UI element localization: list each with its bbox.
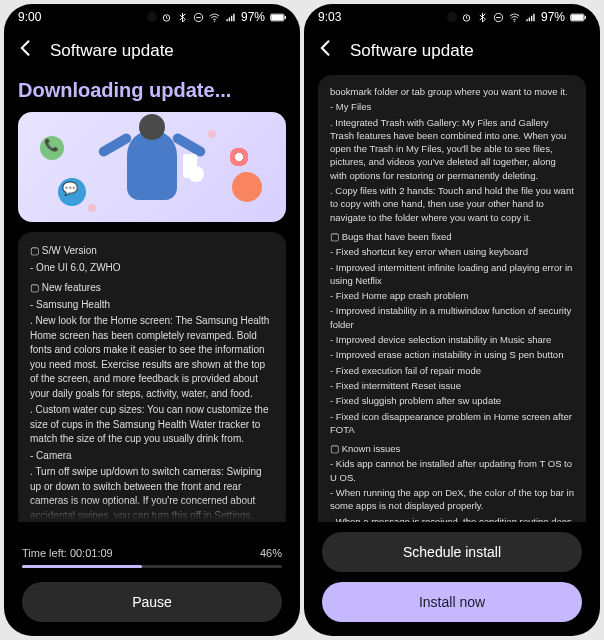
bug-item: - Fixed execution fail of repair mode: [330, 364, 574, 377]
download-footer: Time left: 00:01:09 46% Pause: [4, 537, 300, 636]
feature-text: . Custom water cup sizes: You can now cu…: [30, 403, 274, 447]
content-area: bookmark folder or tab group where you w…: [304, 71, 600, 522]
camera-notch: [447, 12, 457, 22]
dnd-icon: [493, 12, 504, 23]
install-now-button[interactable]: Install now: [322, 582, 582, 622]
bug-item: - Fixed sluggish problem after sw update: [330, 394, 574, 407]
sw-version-label: ▢ S/W Version: [30, 244, 274, 259]
battery-icon: [570, 12, 586, 23]
svg-rect-11: [585, 16, 586, 19]
signal-icon: [225, 12, 236, 23]
chevron-left-icon: [316, 38, 336, 58]
phone-right: 9:03 97% Software update bookmark folder…: [304, 4, 600, 636]
pause-button[interactable]: Pause: [22, 582, 282, 622]
battery-icon: [270, 12, 286, 23]
known-issue-item: - Kids app cannot be installed after upd…: [330, 457, 574, 484]
wifi-icon: [209, 12, 220, 23]
time-left: Time left: 00:01:09: [22, 547, 113, 559]
dnd-icon: [193, 12, 204, 23]
feature-text: bookmark folder or tab group where you w…: [330, 85, 574, 98]
camera-notch: [147, 12, 157, 22]
sw-version-value: - One UI 6.0, ZWHO: [30, 261, 274, 276]
release-notes[interactable]: bookmark folder or tab group where you w…: [318, 75, 586, 522]
feature-title: - Samsung Health: [30, 298, 274, 313]
install-footer: Schedule install Install now: [304, 522, 600, 636]
progress-fill: [22, 565, 142, 568]
back-button[interactable]: [316, 38, 336, 63]
bug-item: - Improved intermittent infinite loading…: [330, 261, 574, 288]
feature-text: . Integrated Trash with Gallery: My File…: [330, 116, 574, 182]
bug-item: - Improved device selection instability …: [330, 333, 574, 346]
svg-rect-5: [285, 16, 286, 19]
bluetooth-icon: [177, 12, 188, 23]
feature-title: - My Files: [330, 100, 574, 113]
known-issues-label: ▢ Known issues: [330, 442, 574, 455]
update-illustration: [18, 112, 286, 222]
alarm-icon: [461, 12, 472, 23]
bugs-label: ▢ Bugs that have been fixed: [330, 230, 574, 243]
status-time: 9:03: [318, 10, 341, 24]
header: Software update: [304, 30, 600, 71]
feature-text: . New look for the Home screen: The Sams…: [30, 314, 274, 401]
bug-item: - Fixed Home app crash problem: [330, 289, 574, 302]
progress-bar[interactable]: [22, 565, 282, 568]
svg-point-2: [214, 20, 215, 21]
battery-percent: 97%: [541, 10, 565, 24]
svg-rect-4: [271, 14, 283, 19]
bug-item: - Fixed icon disappearance problem in Ho…: [330, 410, 574, 437]
alarm-icon: [161, 12, 172, 23]
download-heading: Downloading update...: [18, 79, 286, 102]
chevron-left-icon: [16, 38, 36, 58]
bug-item: - Improved erase action instability in u…: [330, 348, 574, 361]
bug-item: - Fixed intermittent Reset issue: [330, 379, 574, 392]
content-area: Downloading update... ▢ S/W Version - On…: [4, 71, 300, 537]
bug-item: - Improved instability in a multiwindow …: [330, 304, 574, 331]
signal-icon: [525, 12, 536, 23]
feature-text: . Turn off swipe up/down to switch camer…: [30, 465, 274, 522]
status-time: 9:00: [18, 10, 41, 24]
battery-percent: 97%: [241, 10, 265, 24]
release-notes[interactable]: ▢ S/W Version - One UI 6.0, ZWHO ▢ New f…: [18, 232, 286, 522]
bug-item: - Fixed shortcut key error when using ke…: [330, 245, 574, 258]
known-issue-item: - When a message is received, the condit…: [330, 515, 574, 522]
feature-title: - Camera: [30, 449, 274, 464]
schedule-install-button[interactable]: Schedule install: [322, 532, 582, 572]
progress-percent: 46%: [260, 547, 282, 559]
page-title: Software update: [50, 41, 174, 61]
feature-text: . Copy files with 2 hands: Touch and hol…: [330, 184, 574, 224]
phone-left: 9:00 97% Software update Downloading upd…: [4, 4, 300, 636]
page-title: Software update: [350, 41, 474, 61]
bluetooth-icon: [477, 12, 488, 23]
svg-point-8: [514, 20, 515, 21]
svg-rect-10: [571, 14, 583, 19]
new-features-label: ▢ New features: [30, 281, 274, 296]
wifi-icon: [509, 12, 520, 23]
header: Software update: [4, 30, 300, 71]
back-button[interactable]: [16, 38, 36, 63]
known-issue-item: - When running the app on DeX, the color…: [330, 486, 574, 513]
